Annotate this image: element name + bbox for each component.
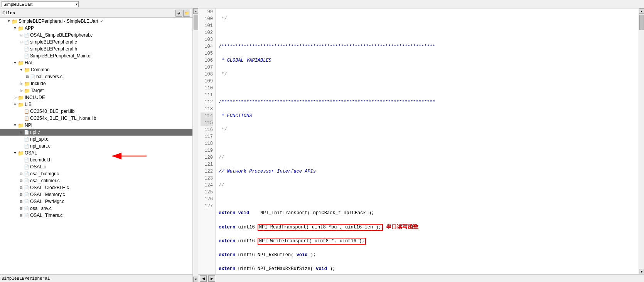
tree-item-npi[interactable]: ▼ 📁 NPI	[0, 122, 192, 129]
tree-item-root[interactable]: ▼ 📁 SimpleBLEPeripheral - SimpleBLEUart …	[0, 18, 192, 25]
bottom-btn-right[interactable]: ▶	[208, 275, 215, 282]
files-header: Files ⇄ 📁	[0, 8, 192, 18]
bottom-btn-left[interactable]: ◀	[200, 275, 207, 282]
tree-item-lib[interactable]: ▼ 📁 LIB	[0, 101, 192, 108]
tree-item-osal-mem[interactable]: ⊞ 📄 OSAL_Memory.c	[0, 191, 192, 198]
scroll-track-left[interactable]	[193, 14, 198, 277]
tree-item-npi-c[interactable]: ⊞ 📄 npi.c	[0, 129, 192, 136]
tree-item-include2[interactable]: ▷ 📁 INCLUDE	[0, 94, 192, 101]
tree-item-osal-buf[interactable]: ⊞ 📄 osal_bufmgr.c	[0, 170, 192, 177]
scroll-down-right[interactable]: ▼	[639, 269, 644, 274]
expand-npi-c[interactable]: ⊞	[19, 129, 24, 135]
osal-snv-label: osal_snv.c	[30, 206, 52, 211]
expand-npi[interactable]: ▼	[12, 123, 18, 128]
expand-simple-c[interactable]: ⊞	[19, 39, 24, 45]
expand-osal-pwr[interactable]: ⊞	[19, 199, 24, 204]
expand-osal-clock[interactable]: ⊞	[19, 185, 24, 190]
tree-item-hal[interactable]: ▼ 📁 HAL	[0, 59, 192, 66]
file-icon-cc254x: 📋	[24, 116, 29, 121]
project-select[interactable]: SimpleBLEUart	[2, 1, 79, 7]
tree-item-simple-main[interactable]: ▷ 📄 SimpleBLEPeripheral_Main.c	[0, 52, 192, 59]
code-container[interactable]: 99 100 101 102 103 104 105 106 107 108 1…	[198, 8, 644, 274]
scroll-thumb-right[interactable]	[639, 15, 644, 30]
tree-item-osal-pwr[interactable]: ⊞ 📄 OSAL_PwrMgr.c	[0, 198, 192, 205]
tree-item-osal[interactable]: ▼ 📁 OSAL	[0, 149, 192, 156]
tree-item-osal-c[interactable]: ▷ 📄 OSAL.c	[0, 163, 192, 170]
expand-osal-snv[interactable]: ⊞	[19, 206, 24, 211]
expand-lib[interactable]: ▼	[12, 102, 18, 107]
file-icon-osal-pwr: 📄	[24, 199, 29, 204]
expand-osal-mem[interactable]: ⊞	[19, 192, 24, 197]
code-area[interactable]: */ /************************************…	[216, 8, 639, 274]
tree-item-app[interactable]: ▼ 📁 APP	[0, 25, 192, 32]
folder-icon-btn[interactable]: 📁	[183, 10, 190, 17]
expand-app[interactable]: ▼	[12, 25, 18, 31]
file-panel: Files ⇄ 📁 ▼ 📁 SimpleBLEPeripheral - Simp…	[0, 8, 193, 282]
expand-common[interactable]: ▼	[19, 67, 24, 72]
osal-timers-label: OSAL_Timers.c	[30, 213, 62, 218]
expand-root[interactable]: ▼	[6, 18, 12, 24]
scroll-track-right[interactable]	[639, 14, 644, 269]
right-scrollbar[interactable]: ▲ ▼	[639, 8, 644, 274]
tree-item-osal-snv[interactable]: ⊞ 📄 osal_snv.c	[0, 205, 192, 212]
tree-item-osal-timers[interactable]: ⊞ 📄 OSAL_Timers.c	[0, 212, 192, 219]
expand-include2[interactable]: ▷	[12, 95, 18, 100]
root-label: SimpleBLEPeripheral - SimpleBLEUart	[19, 18, 98, 24]
tree-item-osal-cb[interactable]: ⊞ 📄 osal_cbtimer.c	[0, 177, 192, 184]
files-icons: ⇄ 📁	[175, 10, 190, 17]
tree-item-npi-uart[interactable]: ▷ 📄 npi_uart.c	[0, 143, 192, 149]
file-icon-osal-buf: 📄	[24, 171, 29, 176]
osal-clock-label: OSAL_ClockBLE.c	[30, 185, 69, 190]
expand-osal[interactable]: ▼	[12, 150, 18, 156]
file-icon-osal-timers: 📄	[24, 213, 29, 218]
include2-label: INCLUDE	[25, 95, 45, 100]
expand-osal-buf[interactable]: ⊞	[19, 171, 24, 176]
file-icon-osal-clock: 📄	[24, 185, 29, 190]
expand-hal-drivers[interactable]: ⊞	[25, 74, 30, 79]
line-102: * GLOBAL VARIABLES	[219, 57, 636, 64]
file-icon-simple-main: 📄	[24, 54, 29, 59]
sync-icon-btn[interactable]: ⇄	[175, 10, 182, 17]
tree-item-bcomdef[interactable]: ▷ 📄 bcomdef.h	[0, 156, 192, 163]
simple-main-label: SimpleBLEPeripheral_Main.c	[30, 53, 90, 59]
scroll-down-btn[interactable]: ▼	[193, 277, 199, 282]
tree-item-osal-simple[interactable]: ⊞ 📄 OSAL_SimpleBLEPeripheral.c	[0, 32, 192, 39]
scroll-up-right[interactable]: ▲	[639, 8, 644, 14]
line-107: */	[219, 126, 636, 133]
expand-osal-timers[interactable]: ⊞	[19, 213, 24, 218]
expand-target[interactable]: ▷	[19, 88, 24, 93]
file-icon-bcomdef: 📄	[24, 158, 29, 163]
expand-include[interactable]: ▷	[19, 81, 24, 86]
folder-icon-app: 📁	[18, 25, 24, 31]
file-icon-cc2540: 📋	[24, 109, 29, 114]
tree-item-include[interactable]: ▷ 📁 Include	[0, 80, 192, 87]
tree-item-common[interactable]: ▼ 📁 Common	[0, 66, 192, 73]
app-label: APP	[25, 25, 34, 31]
scroll-thumb-left[interactable]	[194, 15, 198, 30]
expand-osal-simple[interactable]: ⊞	[19, 32, 24, 38]
hal-drivers-label: hal_drivers.c	[36, 74, 62, 79]
tree-item-simple-h[interactable]: ▷ 📄 simpleBLEPeripheral.h	[0, 45, 192, 52]
target-label: Target	[31, 88, 44, 93]
tree-item-cc2540[interactable]: ▷ 📋 CC2540_BLE_peri.lib	[0, 108, 192, 115]
file-icon-osal-cb: 📄	[24, 178, 29, 183]
project-select-wrapper[interactable]: SimpleBLEUart	[2, 1, 79, 7]
scroll-up-btn[interactable]: ▲	[193, 8, 199, 14]
expand-hal[interactable]: ▼	[12, 60, 18, 65]
npi-uart-label: npi_uart.c	[30, 143, 51, 149]
tree-item-hal-drivers[interactable]: ⊞ 📄 hal_drivers.c	[0, 73, 192, 80]
tree-item-simple-c[interactable]: ⊞ 📄 simpleBLEPeripheral.c	[0, 39, 192, 45]
tree-item-target[interactable]: ▷ 📁 Target	[0, 87, 192, 94]
folder-icon-include: 📁	[24, 81, 30, 87]
npi-spi-label: npi_spi.c	[30, 136, 48, 142]
file-icon-npi-spi: 📄	[24, 137, 29, 142]
osal-label: OSAL	[25, 150, 37, 156]
tree-item-npi-spi[interactable]: ▷ 📄 npi_spi.c	[0, 136, 192, 143]
line-100	[219, 29, 636, 36]
tree-item-cc254x[interactable]: ▷ 📋 CC254x_BLE_HCI_TL_None.lib	[0, 115, 192, 122]
tree-item-osal-clock[interactable]: ⊞ 📄 OSAL_ClockBLE.c	[0, 184, 192, 191]
file-icon-osal-simple: 📄	[24, 33, 29, 38]
expand-osal-cb[interactable]: ⊞	[19, 178, 24, 183]
file-tree[interactable]: ▼ 📁 SimpleBLEPeripheral - SimpleBLEUart …	[0, 18, 192, 274]
left-scrollbar[interactable]: ▲ ▼	[193, 8, 198, 282]
